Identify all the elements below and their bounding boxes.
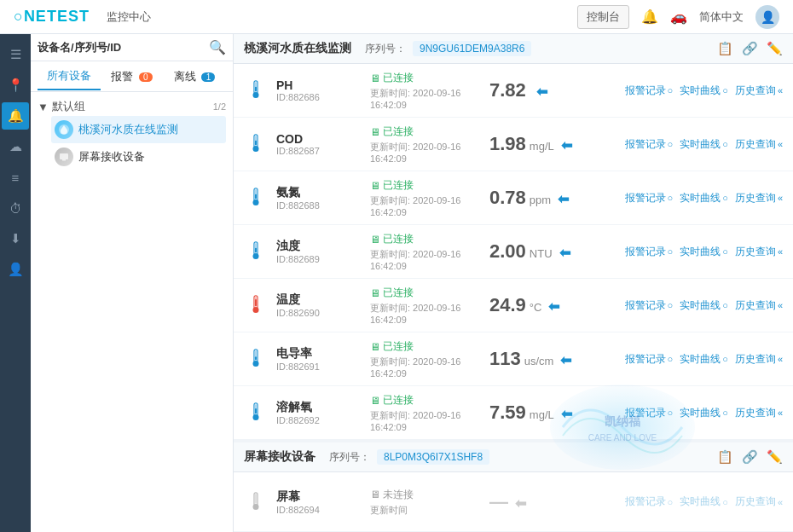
realtime-curve-screen[interactable]: 实时曲线○ [680,494,728,509]
sensor-name-turbidity: 浊度 [276,239,362,254]
language-button[interactable]: 简体中文 [699,9,744,25]
iconbar-cloud[interactable]: ☁ [2,133,29,160]
iconbar-time[interactable]: ⏱ [2,194,29,222]
section-screen-header: 屏幕接收设备 序列号： 8LP0M3Q6I7X1SHF8 📋 🔗 ✏️ [234,442,793,472]
svg-rect-13 [255,194,257,200]
refresh-icon-temp[interactable]: ⬅ [548,298,559,315]
connected-label-cod: 已连接 [383,124,414,139]
sensor-value-turbidity: 2.00 NTU ⬅ [489,240,575,263]
refresh-icon-cod[interactable]: ⬅ [561,137,572,153]
alarm-record-turbidity[interactable]: 报警记录○ [625,245,674,259]
search-icon[interactable]: 🔍 [209,39,226,55]
monitor-icon-do: 🖥 [370,395,380,407]
copy-icon[interactable]: 📋 [717,41,733,56]
link-icon-2[interactable]: 🔗 [742,449,758,465]
history-query-turbidity[interactable]: 历史查询« [735,245,783,259]
update-time-temp: 更新时间: 2020-09-16 16:42:09 [370,302,481,325]
iconbar-bell[interactable]: 🔔 [2,102,29,130]
sensor-unit-do: mg/L [530,408,554,421]
sensor-value-temp: 24.9 °C ⬅ [489,294,575,316]
sidebar-search-bar: 设备名/序列号/ID 🔍 [31,34,233,61]
svg-point-10 [253,146,259,152]
refresh-icon-turbidity[interactable]: ⬅ [559,245,570,261]
alarm-record-conductivity[interactable]: 报警记录○ [625,352,674,367]
realtime-curve-cod[interactable]: 实时曲线○ [680,137,728,152]
sensor-unit-temp: °C [530,301,542,314]
svg-rect-5 [255,87,257,92]
monitor-icon-turbidity: 🖥 [370,234,380,246]
alarm-record-do[interactable]: 报警记录○ [625,406,674,420]
car-icon[interactable]: 🚗 [670,9,687,25]
nav-monitor[interactable]: 监控中心 [107,9,151,25]
sensor-row-conductivity: 电导率 ID:882691 🖥 已连接 更新时间: 2020-09-16 16:… [234,332,793,386]
copy-icon-2[interactable]: 📋 [717,449,733,465]
history-query-conductivity[interactable]: 历史查询« [735,352,783,367]
bell-icon[interactable]: 🔔 [641,9,658,25]
device-name-screen: 屏幕接收设备 [78,149,145,165]
sensor-actions-temp: 报警记录○ 实时曲线○ 历史查询« [625,298,783,313]
update-time-turbidity: 更新时间: 2020-09-16 16:42:09 [370,248,481,271]
alarm-record-ph[interactable]: 报警记录○ [625,84,674,98]
avatar[interactable]: 👤 [755,5,779,29]
sensor-id-do: ID:882692 [276,415,362,425]
history-query-screen[interactable]: 历史查询« [735,494,783,509]
history-query-ph[interactable]: 历史查询« [735,84,783,98]
realtime-curve-conductivity[interactable]: 实时曲线○ [680,352,728,367]
sensor-id-screen: ID:882694 [276,505,362,515]
alarm-record-cod[interactable]: 报警记录○ [625,137,674,152]
sensor-info-screen: 屏幕 ID:882694 [276,489,362,515]
sensor-actions-screen: 报警记录○ 实时曲线○ 历史查询« [625,494,783,509]
section-screen-name: 屏幕接收设备 [244,449,315,465]
realtime-curve-do[interactable]: 实时曲线○ [680,406,728,420]
sensor-name-cod: COD [276,132,362,146]
refresh-icon-do[interactable]: ⬅ [561,406,572,422]
history-icon-ph: « [778,85,783,95]
history-query-do[interactable]: 历史查询« [735,406,783,420]
alarm-record-screen[interactable]: 报警记录○ [625,494,674,509]
iconbar-user[interactable]: 👤 [2,256,29,283]
tab-offline[interactable]: 离线 1 [163,64,226,90]
edit-icon-2[interactable]: ✏️ [767,449,783,465]
tab-all-devices[interactable]: 所有设备 [38,63,101,90]
device-item-water[interactable]: 桃溪河水质在线监测 [51,116,226,143]
iconbar-menu[interactable]: ☰ [2,41,29,68]
refresh-icon-andan[interactable]: ⬅ [558,191,569,207]
device-item-screen[interactable]: 屏幕接收设备 [51,143,226,171]
sensor-row-andan: 氨氮 ID:882688 🖥 已连接 更新时间: 2020-09-16 16:4… [234,171,793,225]
sensor-name-temp: 温度 [276,292,362,308]
alarm-record-temp[interactable]: 报警记录○ [625,298,674,313]
refresh-icon-ph[interactable]: ⬅ [536,84,547,100]
iconbar-list[interactable]: ≡ [2,164,29,191]
refresh-icon-conductivity[interactable]: ⬅ [560,352,571,368]
sensor-status-turbidity: 🖥 已连接 更新时间: 2020-09-16 16:42:09 [370,232,481,271]
tab-alarm[interactable]: 报警 0 [101,64,164,90]
iconbar-location[interactable]: 📍 [2,72,29,99]
history-icon-temp: « [778,300,783,310]
history-query-temp[interactable]: 历史查询« [735,298,783,313]
monitor-icon-screen: 🖥 [370,489,380,500]
realtime-curve-temp[interactable]: 实时曲线○ [680,298,728,313]
link-icon[interactable]: 🔗 [742,41,758,56]
sensor-status-do: 🖥 已连接 更新时间: 2020-09-16 16:42:09 [370,393,481,432]
sensor-row-ph: PH ID:882686 🖥 已连接 更新时间: 2020-09-16 16:4… [234,64,793,118]
realtime-curve-turbidity[interactable]: 实时曲线○ [680,245,728,259]
realtime-icon-turbidity: ○ [722,246,728,257]
group-header[interactable]: ▼ 默认组 1/2 [38,97,226,116]
refresh-icon-screen[interactable]: ⬅ [515,495,526,512]
realtime-icon-do: ○ [722,408,728,418]
sensor-name-andan: 氨氮 [276,185,362,200]
serial-label-0: 序列号： [365,42,406,56]
alarm-record-andan[interactable]: 报警记录○ [625,191,674,205]
sensor-name-do: 溶解氧 [276,400,362,415]
connected-label-andan: 已连接 [383,178,414,193]
history-query-andan[interactable]: 历史查询« [735,191,783,205]
edit-icon[interactable]: ✏️ [767,41,783,56]
serial-label-1: 序列号： [329,450,370,465]
iconbar-download[interactable]: ⬇ [2,225,29,252]
control-button[interactable]: 控制台 [577,5,629,29]
history-icon-do: « [778,408,783,418]
history-query-cod[interactable]: 历史查询« [735,137,783,152]
realtime-curve-ph[interactable]: 实时曲线○ [680,84,728,98]
realtime-curve-andan[interactable]: 实时曲线○ [680,191,728,205]
svg-point-6 [253,92,259,98]
